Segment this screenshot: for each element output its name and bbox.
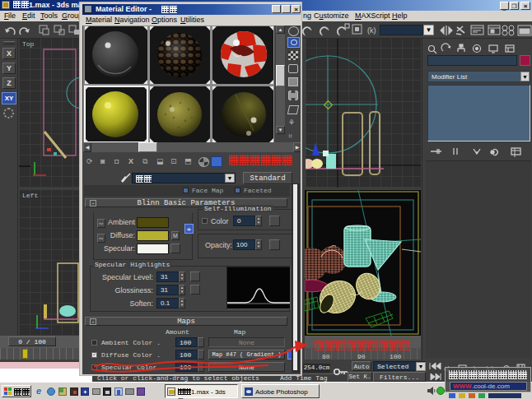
svg-text:(k): (k) bbox=[367, 26, 376, 35]
